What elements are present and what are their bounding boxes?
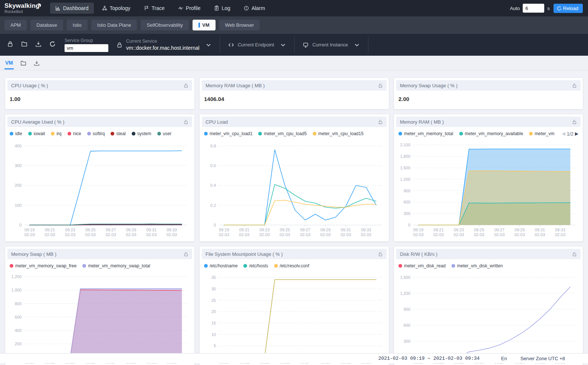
legend-item[interactable]: /etc/hosts xyxy=(243,263,268,268)
svg-text:02-03: 02-03 xyxy=(555,232,565,237)
nav-item-topology[interactable]: Topology xyxy=(97,3,136,14)
legend-item[interactable]: softirq xyxy=(87,131,105,136)
download-icon xyxy=(35,41,42,47)
nav-item-trace[interactable]: Trace xyxy=(139,3,170,14)
chart-canvas: 510152025303509:1902-0309:2102-0309:2302… xyxy=(202,270,387,365)
legend-next-icon[interactable]: ▶ xyxy=(575,131,578,136)
lock-button[interactable] xyxy=(3,41,17,49)
chart-legend: meter_vm_cpu_load1meter_vm_cpu_load5mete… xyxy=(202,127,387,138)
service-group-input[interactable] xyxy=(65,44,108,52)
legend-item[interactable]: meter_vm_disk_read xyxy=(398,263,446,268)
legend-item[interactable]: meter_vm_cpu_load1 xyxy=(204,131,252,136)
group-chip-istio[interactable]: Istio xyxy=(67,20,88,30)
unlock-icon[interactable] xyxy=(184,252,188,257)
svg-text:09:21: 09:21 xyxy=(434,228,444,232)
svg-text:02-03: 02-03 xyxy=(85,232,96,237)
legend-item[interactable]: meter_vm_cpu_load5 xyxy=(258,131,306,136)
svg-text:02-03: 02-03 xyxy=(474,232,484,237)
svg-text:25: 25 xyxy=(211,298,216,303)
unlock-icon[interactable] xyxy=(378,252,383,257)
legend-item[interactable]: meter_vm_memory_swap_total xyxy=(82,263,150,268)
svg-text:600: 600 xyxy=(15,315,22,319)
current-endpoint-selector[interactable]: Current Endpoint xyxy=(220,36,294,53)
unlock-icon[interactable] xyxy=(572,120,577,124)
svg-text:02-03: 02-03 xyxy=(219,232,229,237)
export-button[interactable] xyxy=(31,41,45,49)
svg-text:02-03: 02-03 xyxy=(167,232,177,237)
svg-text:02-03: 02-03 xyxy=(320,232,331,237)
legend-item[interactable]: meter_vm_memory_total xyxy=(398,131,453,136)
unlock-icon[interactable] xyxy=(184,120,188,124)
unlock-icon[interactable] xyxy=(184,83,188,88)
download-icon[interactable] xyxy=(34,60,40,66)
unlock-icon[interactable] xyxy=(378,83,383,88)
legend-item[interactable]: system xyxy=(132,131,151,136)
legend-item[interactable]: meter_vm_memory_swap_free xyxy=(10,263,76,268)
svg-text:09:33: 09:33 xyxy=(167,228,177,232)
legend-item[interactable]: irq xyxy=(51,131,61,136)
nav-item-log[interactable]: Log xyxy=(209,3,236,14)
current-instance-selector[interactable]: Current Instance xyxy=(295,36,368,53)
card-title: Memory Swap ( MB ) xyxy=(11,251,56,257)
current-service-selector[interactable]: Current Service vm::docker.for.mac.host.… xyxy=(108,36,220,53)
legend-label: meter_vm_memory_available xyxy=(465,131,523,136)
legend-label: /etc/hosts xyxy=(249,263,268,268)
legend-item[interactable]: meter_vm xyxy=(529,131,554,136)
svg-text:02-03: 02-03 xyxy=(433,232,444,237)
unlock-icon[interactable] xyxy=(378,120,383,124)
legend-page-indicator: 1/2 xyxy=(567,131,574,137)
templates-button[interactable] xyxy=(17,41,31,49)
toolbar-icons xyxy=(0,41,62,49)
instance-monitor-icon xyxy=(303,42,309,48)
legend-dot xyxy=(111,132,114,136)
nav-item-alarm[interactable]: Alarm xyxy=(239,3,270,14)
legend-item[interactable]: iowait xyxy=(28,131,45,136)
nav-item-profile[interactable]: Profile xyxy=(173,3,206,14)
card-header: CPU Load xyxy=(202,117,387,127)
refresh-button[interactable] xyxy=(45,41,59,49)
legend-item[interactable]: nice xyxy=(68,131,81,136)
legend-label: user xyxy=(163,131,171,136)
legend-item[interactable]: /etc/hostname xyxy=(204,263,237,268)
time-range[interactable]: 2021-02-03 09:19 ~ 2021-02-03 09:34 xyxy=(378,356,480,361)
memory-ram-card: Memory RAM ( MB ) meter_vm_memory_totalm… xyxy=(394,114,583,241)
svg-text:600: 600 xyxy=(404,323,410,327)
legend-item[interactable]: /etc/resolv.conf xyxy=(274,263,309,268)
group-chip-vm[interactable]: VM xyxy=(193,20,216,30)
legend-dot xyxy=(274,264,278,268)
card-header: Disk R/W ( KB/s ) xyxy=(396,249,581,259)
svg-text:400: 400 xyxy=(15,328,22,333)
legend-dot xyxy=(10,132,13,136)
folder-icon[interactable] xyxy=(20,60,26,66)
auto-interval-input[interactable] xyxy=(523,4,544,13)
legend-item[interactable]: steal xyxy=(111,131,125,136)
legend-item[interactable]: meter_vm_disk_written xyxy=(451,263,503,268)
unlock-icon[interactable] xyxy=(572,252,577,257)
legend-dot xyxy=(87,132,91,136)
svg-text:09:23: 09:23 xyxy=(65,228,75,232)
reload-button[interactable]: Reload xyxy=(553,4,583,13)
legend-dot xyxy=(398,264,402,268)
legend-dot xyxy=(68,132,71,136)
group-chip-apm[interactable]: APM xyxy=(4,20,27,30)
group-chip-istio-data-plane[interactable]: Istio Data Plane xyxy=(91,20,137,30)
legend-item[interactable]: meter_vm_cpu_load15 xyxy=(313,131,364,136)
legend-dot xyxy=(28,132,32,136)
legend-item[interactable]: meter_vm_memory_available xyxy=(459,131,523,136)
group-chip-database[interactable]: Database xyxy=(30,20,63,30)
svg-text:09:27: 09:27 xyxy=(106,228,116,232)
language-toggle[interactable]: En xyxy=(501,356,507,361)
unlock-icon[interactable] xyxy=(572,83,577,88)
disk-rw-chart: 3006009001,2001,50009:1902-0309:2102-030… xyxy=(396,270,581,365)
tab-vm[interactable]: VM xyxy=(5,56,13,71)
nav-item-dashboard[interactable]: Dashboard xyxy=(50,3,94,14)
legend-item[interactable]: user xyxy=(157,131,171,136)
legend-item[interactable]: idle xyxy=(10,131,22,136)
group-chip-web-browser[interactable]: Web Browser xyxy=(219,20,260,30)
memory-swap-usage-value: 2.00 xyxy=(396,91,581,102)
legend-prev-icon[interactable]: ◀ xyxy=(562,131,565,136)
svg-text:10: 10 xyxy=(211,332,216,337)
svg-text:400: 400 xyxy=(15,144,22,148)
group-chip-selfobservability[interactable]: SelfObservability xyxy=(141,20,189,30)
legend-dot xyxy=(51,132,55,136)
